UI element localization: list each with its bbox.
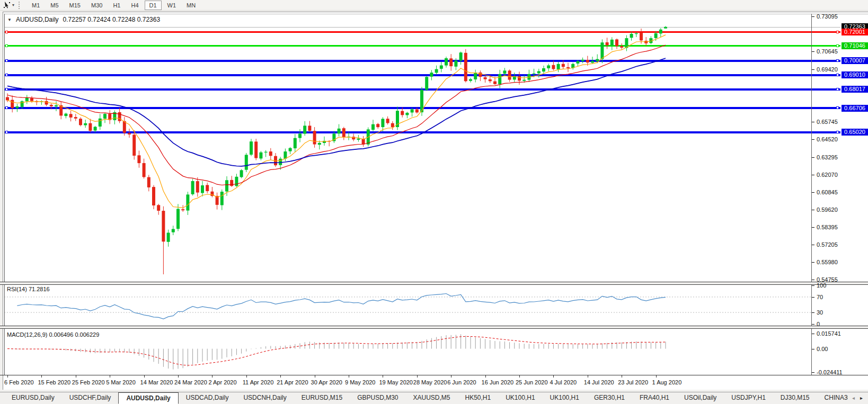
date-label-3: 25 Feb 2020 <box>72 379 105 385</box>
level-line-handle-right-0.70007[interactable] <box>836 59 839 62</box>
chart-tab-dj30-m15[interactable]: DJ30,M15 <box>773 392 817 404</box>
chart-tab-usdchf-daily[interactable]: USDCHF,Daily <box>62 392 119 404</box>
macd-tick-dash <box>812 349 814 349</box>
chart-tab-usoil-daily[interactable]: USOil,Daily <box>677 392 724 404</box>
macd-tick-label: 0.00 <box>817 346 828 352</box>
level-line-0.6901[interactable] <box>4 74 840 76</box>
rsi-tick-dash <box>812 324 814 325</box>
date-tick <box>212 375 212 378</box>
price-tick-dash <box>812 227 814 228</box>
current-price-line <box>4 27 840 28</box>
macd-indicator-label: MACD(12,26,9) 0.006496 0.006229 <box>7 331 99 338</box>
price-tick-dash <box>812 245 814 245</box>
chart-tab-gbpusd-m30[interactable]: GBPUSD,M30 <box>350 392 405 404</box>
tab-scroll-right-icon[interactable]: ▸ <box>858 393 865 403</box>
price-badge-0.68017: 0.68017 <box>842 86 868 93</box>
pane-separator-2[interactable] <box>0 326 868 329</box>
date-tick <box>280 375 281 378</box>
timeframe-button-h4[interactable]: H4 <box>126 1 143 10</box>
pane-separator-1[interactable] <box>0 282 868 285</box>
chart-title-bar: ▼ AUDUSD,Daily 0.72257 0.72424 0.72248 0… <box>7 16 160 23</box>
level-line-handle-right-0.66706[interactable] <box>836 106 839 109</box>
level-line-handle-right-0.6502[interactable] <box>836 131 839 133</box>
chart-tab-usdcad-daily[interactable]: USDCAD,Daily <box>179 392 236 404</box>
level-line-handle-left-0.71046[interactable] <box>5 44 8 47</box>
price-tick-label: 0.63295 <box>817 154 838 160</box>
chart-tab-usdcnh-daily[interactable]: USDCNH,Daily <box>236 392 294 404</box>
level-line-handle-right-0.71046[interactable] <box>836 44 839 47</box>
date-tick <box>656 375 657 378</box>
price-pane-top-border <box>4 14 868 14</box>
level-line-0.72001[interactable] <box>4 31 840 33</box>
plot-left-border <box>4 14 5 375</box>
date-tick <box>144 375 145 378</box>
chart-tab-eurusd-m15[interactable]: EURUSD,M15 <box>294 392 350 404</box>
timeframe-button-m5[interactable]: M5 <box>46 1 63 10</box>
timeframe-button-d1[interactable]: D1 <box>145 1 162 10</box>
chart-tab-eurusd-daily[interactable]: EURUSD,Daily <box>4 392 62 404</box>
chart-tab-fra40-h1[interactable]: FRA40,H1 <box>632 392 677 404</box>
date-label-7: 2 Apr 2020 <box>208 379 236 385</box>
rsi-indicator-label: RSI(14) 71.2816 <box>7 286 50 292</box>
level-line-0.71046[interactable] <box>4 45 840 47</box>
chart-tab-audusd-daily[interactable]: AUDUSD,Daily <box>118 392 178 404</box>
timeframe-button-m15[interactable]: M15 <box>65 1 85 10</box>
timeframe-button-h1[interactable]: H1 <box>108 1 125 10</box>
date-label-14: 6 Jun 2020 <box>447 379 476 385</box>
level-line-0.6502[interactable] <box>4 131 840 133</box>
date-label-19: 23 Jul 2020 <box>618 379 648 385</box>
date-tick <box>588 375 588 378</box>
chart-tab-ger30-h1[interactable]: GER30,H1 <box>587 392 632 404</box>
level-line-handle-left-0.72001[interactable] <box>5 31 8 33</box>
chart-symbol-title: AUDUSD,Daily <box>16 16 59 23</box>
date-tick <box>110 375 110 378</box>
date-label-11: 9 May 2020 <box>345 379 375 385</box>
timeframe-button-m1[interactable]: M1 <box>27 1 45 10</box>
level-line-0.68017[interactable] <box>4 88 840 91</box>
rsi-tick-dash <box>812 297 814 298</box>
chart-ohlc-values: 0.72257 0.72424 0.72248 0.72363 <box>63 16 161 23</box>
level-line-handle-left-0.6502[interactable] <box>5 131 8 133</box>
timeframe-button-w1[interactable]: W1 <box>163 1 181 10</box>
level-line-handle-left-0.70007[interactable] <box>5 59 8 62</box>
date-label-20: 1 Aug 2020 <box>652 379 682 385</box>
rsi-tick-dash <box>812 285 814 286</box>
level-line-handle-left-0.66706[interactable] <box>5 106 8 109</box>
price-tick-label: 0.64520 <box>817 136 838 142</box>
chart-window[interactable] <box>3 12 868 390</box>
level-line-0.70007[interactable] <box>4 60 840 62</box>
level-line-handle-right-0.72001[interactable] <box>836 31 839 33</box>
level-line-handle-left-0.68017[interactable] <box>5 88 8 91</box>
tab-scroll-left-icon[interactable]: ◂ <box>850 393 857 403</box>
date-label-1: 6 Feb 2020 <box>4 379 34 385</box>
level-line-handle-left-0.6901[interactable] <box>5 74 8 76</box>
timeframe-button-m30[interactable]: M30 <box>86 1 107 10</box>
date-tick <box>76 375 76 378</box>
price-tick-dash <box>812 139 814 140</box>
chart-tab-hk50-h1[interactable]: HK50,H1 <box>458 392 499 404</box>
level-line-handle-right-0.68017[interactable] <box>836 88 839 91</box>
chart-tab-usdjpy-h1[interactable]: USDJPY,H1 <box>724 392 773 404</box>
chart-collapse-icon[interactable]: ▼ <box>7 17 12 22</box>
toolbar-grip[interactable] <box>19 2 20 9</box>
cursor-tool-button[interactable]: ▾ <box>0 1 17 10</box>
price-badge-0.66706: 0.66706 <box>842 105 868 112</box>
chart-tab-xauusd-m5[interactable]: XAUUSD,M5 <box>405 392 457 404</box>
macd-tick-dash <box>812 334 814 334</box>
date-label-6: 24 Mar 2020 <box>174 379 207 385</box>
rsi-tick-label: 100 <box>817 282 826 289</box>
price-tick-dash <box>812 16 814 17</box>
date-tick <box>622 375 622 378</box>
price-tick-dash <box>812 51 814 52</box>
price-tick-dash <box>812 280 814 280</box>
toolbar: ▾ M1M5M15M30H1H4D1W1MN <box>0 0 868 11</box>
price-tick-label: 0.60845 <box>817 189 838 195</box>
level-line-handle-right-0.6901[interactable] <box>836 74 839 76</box>
timeframe-button-mn[interactable]: MN <box>182 1 200 10</box>
rsi-tick-dash <box>812 312 814 313</box>
price-tick-dash <box>812 157 814 158</box>
price-badge-0.69010: 0.69010 <box>842 71 868 78</box>
chart-tab-uk100-h1[interactable]: UK100,H1 <box>543 392 587 404</box>
chart-tab-uk100-h1[interactable]: UK100,H1 <box>498 392 542 404</box>
level-line-0.66706[interactable] <box>4 107 840 109</box>
